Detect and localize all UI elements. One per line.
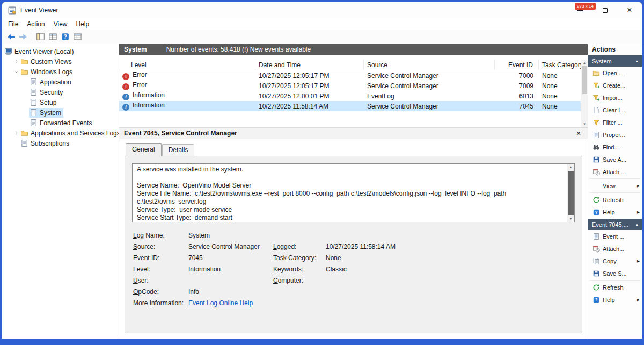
field-value-log-name: System	[188, 230, 273, 241]
scroll-up-icon[interactable]: ▲	[583, 60, 586, 66]
preview-close-icon[interactable]: ×	[574, 129, 583, 138]
tree-item-label: Setup	[40, 99, 56, 106]
action-save-a[interactable]: Save A...	[588, 153, 642, 166]
action-copy[interactable]: Copy▶	[588, 255, 642, 267]
tree-item-applications-and-services-logs[interactable]: Applications and Services Logs	[2, 128, 119, 138]
event-log-online-help-link[interactable]: Event Log Online Help	[188, 299, 253, 307]
tab-general[interactable]: General	[126, 143, 162, 156]
action-help[interactable]: ?Help▶	[588, 206, 642, 218]
back-icon[interactable]	[5, 31, 17, 43]
submenu-arrow-icon: ▶	[637, 210, 640, 214]
help-icon: ?	[592, 208, 600, 216]
description-scrollbar[interactable]: ▲ ▼	[567, 164, 574, 222]
import-view-icon	[592, 94, 600, 102]
tree-item-event-viewer-local[interactable]: Event Viewer (Local)	[2, 46, 119, 56]
column-header-event-id[interactable]: Event ID	[495, 60, 539, 70]
action-attach[interactable]: Attach ...	[588, 166, 642, 178]
action-impor[interactable]: Impor...	[588, 91, 642, 104]
tree-item-system[interactable]: System	[2, 107, 119, 118]
menu-help[interactable]: Help	[72, 19, 94, 30]
action-open[interactable]: Open ...	[588, 67, 642, 79]
column-header-date-and-time[interactable]: Date and Time	[255, 60, 364, 70]
tree-item-setup[interactable]: Setup	[2, 97, 119, 107]
task-category-cell: None	[539, 92, 581, 100]
open-folder-icon	[592, 69, 600, 77]
chevron-right-icon[interactable]	[13, 130, 20, 136]
expander-spacer	[22, 99, 29, 106]
menu-file[interactable]: File	[4, 19, 23, 30]
tree-item-forwarded-events[interactable]: Forwarded Events	[2, 118, 119, 128]
scroll-up-icon[interactable]: ▲	[569, 164, 573, 170]
action-refresh[interactable]: Refresh	[588, 193, 642, 206]
action-section-system[interactable]: System▲	[588, 55, 642, 67]
event-viewer-app-icon[interactable]	[8, 6, 17, 15]
tree-item-custom-views[interactable]: Custom Views	[2, 56, 119, 67]
tree-item-security[interactable]: Security	[2, 87, 119, 97]
tab-details[interactable]: Details	[162, 144, 195, 156]
action-section-event-7045[interactable]: Event 7045,...▲	[588, 219, 642, 230]
center-pane: System Number of events: 58,418 (!) New …	[119, 44, 588, 339]
action-save-s[interactable]: Save S...	[588, 267, 642, 279]
action-refresh[interactable]: Refresh	[588, 281, 642, 293]
event-list-scrollbar[interactable]: ▲ ▼	[581, 60, 588, 127]
action-label: Save A...	[603, 156, 626, 163]
show-console-tree-icon[interactable]	[34, 31, 47, 43]
action-event[interactable]: Event ...	[588, 230, 642, 242]
export-list-icon[interactable]	[47, 31, 59, 43]
field-value-task-category: None	[326, 253, 574, 264]
action-view[interactable]: View▶	[588, 179, 642, 192]
action-create[interactable]: Create...	[588, 79, 642, 91]
column-header-level[interactable]: Level	[119, 60, 255, 70]
menu-view[interactable]: View	[49, 19, 72, 30]
log-icon	[20, 139, 29, 148]
field-label-level: Level:	[133, 264, 188, 275]
event-row[interactable]: iInformation10/27/2025 12:00:01 PMEventL…	[119, 91, 588, 101]
maximize-button[interactable]	[592, 2, 617, 18]
scroll-thumb[interactable]	[582, 66, 587, 94]
action-label: Save S...	[603, 270, 627, 277]
tree-item-application[interactable]: Application	[2, 77, 119, 87]
svg-text:?: ?	[63, 34, 67, 40]
source-cell: Service Control Manager	[364, 72, 495, 80]
action-label: Impor...	[603, 95, 623, 101]
event-row[interactable]: !Error10/27/2025 12:05:17 PMService Cont…	[119, 81, 588, 91]
scroll-down-icon[interactable]: ▼	[583, 121, 586, 127]
expander-spacer	[22, 78, 29, 85]
log-icon	[30, 119, 38, 127]
action-help[interactable]: ?Help▶	[588, 293, 642, 306]
chevron-right-icon[interactable]	[13, 58, 20, 65]
toolbar-separator	[32, 33, 32, 41]
close-button[interactable]: ×	[617, 2, 642, 18]
action-filter[interactable]: Filter ...	[588, 116, 642, 128]
svg-text:?: ?	[595, 210, 597, 215]
filter-icon	[592, 118, 600, 126]
detail-tabs: GeneralDetails	[119, 139, 588, 156]
menu-action[interactable]: Action	[23, 19, 49, 30]
scroll-down-icon[interactable]: ▼	[569, 215, 573, 222]
help-icon[interactable]: ?	[59, 31, 71, 43]
column-list-icon[interactable]	[71, 31, 84, 43]
action-find[interactable]: Find...	[588, 141, 642, 153]
forward-icon[interactable]	[17, 31, 30, 43]
action-attach[interactable]: Attach...	[588, 242, 642, 255]
tree-item-subscriptions[interactable]: Subscriptions	[2, 138, 119, 148]
event-row[interactable]: iInformation10/27/2025 11:58:14 AMServic…	[119, 101, 588, 111]
column-header-task-category[interactable]: Task Category	[539, 60, 581, 70]
tree-item-windows-logs[interactable]: Windows Logs	[2, 67, 119, 77]
event-description-box: A service was installed in the system. S…	[132, 163, 575, 222]
field-label-computer: Computer:	[273, 275, 326, 286]
action-proper[interactable]: Proper...	[588, 128, 642, 141]
chevron-down-icon[interactable]	[13, 68, 20, 75]
overlay-dimension-badge: 273 x 14	[575, 3, 596, 10]
information-icon: i	[122, 104, 129, 111]
column-header-source[interactable]: Source	[364, 60, 495, 70]
submenu-arrow-icon: ▶	[637, 184, 640, 188]
separator	[590, 192, 640, 193]
action-label: Event ...	[603, 233, 624, 240]
action-clear-l[interactable]: Clear L...	[588, 104, 642, 116]
date-time-cell: 10/27/2025 12:05:17 PM	[255, 82, 364, 90]
event-row[interactable]: !Error10/27/2025 12:05:17 PMService Cont…	[119, 70, 588, 81]
scroll-thumb[interactable]	[568, 171, 574, 215]
action-section-title: Event 7045,...	[592, 221, 628, 228]
field-value-event-id: 7045	[188, 253, 273, 264]
